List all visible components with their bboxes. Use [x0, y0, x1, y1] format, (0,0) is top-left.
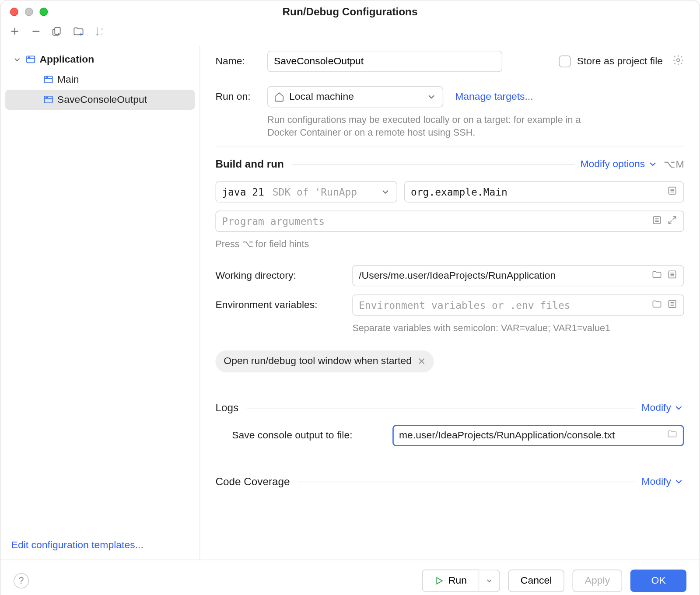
- svg-text:a: a: [101, 27, 103, 31]
- main-class-input[interactable]: org.example.Main: [404, 181, 684, 203]
- chevron-down-icon: [12, 55, 22, 64]
- copy-config-icon[interactable]: [51, 25, 63, 40]
- program-arguments-placeholder: Program arguments: [222, 215, 325, 227]
- field-hints-text: Press ⌥ for field hints: [215, 238, 684, 251]
- folder-icon[interactable]: [651, 269, 662, 283]
- code-coverage-header: Code Coverage Modify: [215, 476, 684, 488]
- main-panel: Name: Store as project file Run on: Loca…: [200, 46, 699, 560]
- chevron-down-icon: [648, 159, 658, 169]
- close-icon[interactable]: ✕: [417, 355, 426, 368]
- list-icon[interactable]: [667, 299, 677, 312]
- config-tree: Application Main SaveConsoleOutput: [0, 49, 200, 531]
- env-vars-hint: Separate variables with semicolon: VAR=v…: [352, 322, 684, 335]
- open-tool-window-label: Open run/debug tool window when started: [224, 355, 412, 367]
- content-area: Application Main SaveConsoleOutput Edit …: [0, 46, 699, 560]
- jdk-hint: SDK of 'RunApp: [273, 186, 357, 198]
- application-icon: [43, 74, 53, 85]
- chevron-down-icon: [380, 186, 391, 197]
- sort-az-icon[interactable]: az: [94, 25, 106, 40]
- home-icon: [274, 91, 284, 102]
- working-directory-label: Working directory:: [215, 270, 352, 282]
- code-coverage-title: Code Coverage: [215, 476, 290, 488]
- modify-options-link[interactable]: Modify options: [580, 158, 658, 170]
- modify-options-shortcut: ⌥M: [664, 158, 684, 170]
- run-dropdown-button[interactable]: [479, 570, 500, 592]
- run-on-select[interactable]: Local machine: [267, 86, 443, 108]
- add-config-icon[interactable]: [9, 25, 21, 40]
- jdk-select[interactable]: java 21 SDK of 'RunApp: [215, 181, 397, 203]
- build-and-run-title: Build and run: [215, 158, 284, 170]
- folder-add-icon[interactable]: [73, 25, 84, 40]
- tree-item-label: SaveConsoleOutput: [57, 94, 147, 106]
- program-arguments-input[interactable]: Program arguments: [215, 210, 684, 232]
- tree-node-saveconsoleoutput[interactable]: SaveConsoleOutput: [5, 90, 195, 110]
- run-button[interactable]: Run: [422, 570, 479, 592]
- chevron-down-icon: [426, 91, 437, 102]
- env-vars-label: Environment variables:: [215, 299, 352, 311]
- chevron-down-icon: [673, 476, 684, 487]
- tree-node-main[interactable]: Main: [0, 70, 200, 90]
- maximize-window-button[interactable]: [39, 8, 48, 16]
- store-as-project-label: Store as project file: [577, 56, 663, 67]
- svg-rect-0: [55, 28, 60, 35]
- svg-point-8: [47, 77, 48, 77]
- application-icon: [25, 54, 36, 65]
- config-name-input[interactable]: [267, 51, 502, 72]
- logs-modify-link[interactable]: Modify: [641, 402, 684, 414]
- env-vars-placeholder: Environment variables or .env files: [359, 299, 570, 311]
- list-icon[interactable]: [651, 215, 662, 228]
- coverage-modify-link[interactable]: Modify: [641, 476, 684, 487]
- list-icon[interactable]: [667, 185, 677, 198]
- svg-text:z: z: [101, 32, 103, 36]
- folder-icon[interactable]: [667, 429, 677, 442]
- application-icon: [43, 94, 53, 105]
- dialog-window: Run/Debug Configurations az Applicati: [0, 0, 700, 595]
- remove-config-icon[interactable]: [30, 25, 42, 40]
- jdk-text: java 21: [222, 186, 264, 198]
- expand-icon[interactable]: [667, 215, 677, 228]
- manage-targets-link[interactable]: Manage targets...: [455, 91, 533, 103]
- folder-icon[interactable]: [651, 299, 662, 312]
- save-console-file-text: me.user/IdeaProjects/RunApplication/cons…: [399, 430, 615, 441]
- traffic-lights: [10, 8, 48, 16]
- svg-point-12: [677, 59, 680, 62]
- window-title: Run/Debug Configurations: [0, 6, 699, 18]
- close-window-button[interactable]: [10, 8, 18, 16]
- run-on-value: Local machine: [289, 91, 354, 103]
- help-icon[interactable]: ?: [14, 573, 29, 588]
- save-console-label: Save console output to file:: [215, 430, 392, 441]
- run-on-hint: Run configurations may be executed local…: [267, 113, 598, 140]
- build-and-run-header: Build and run Modify options ⌥M: [215, 146, 684, 171]
- main-class-text: org.example.Main: [411, 186, 508, 198]
- store-as-project-checkbox[interactable]: [559, 56, 571, 67]
- env-vars-input[interactable]: Environment variables or .env files: [352, 294, 684, 316]
- config-tree-sidebar: Application Main SaveConsoleOutput Edit …: [0, 46, 200, 560]
- name-label: Name:: [215, 56, 267, 67]
- list-icon[interactable]: [667, 269, 677, 283]
- open-tool-window-chip[interactable]: Open run/debug tool window when started …: [215, 350, 434, 372]
- gear-icon[interactable]: [672, 54, 684, 69]
- working-directory-text: /Users/me.user/IdeaProjects/RunApplicati…: [359, 270, 556, 282]
- run-on-label: Run on:: [215, 91, 267, 103]
- svg-point-11: [47, 97, 48, 98]
- logs-title: Logs: [215, 402, 238, 414]
- chevron-down-icon: [673, 402, 684, 413]
- tree-node-application[interactable]: Application: [0, 49, 200, 70]
- apply-button[interactable]: Apply: [572, 570, 622, 592]
- cancel-button[interactable]: Cancel: [508, 570, 564, 592]
- working-directory-input[interactable]: /Users/me.user/IdeaProjects/RunApplicati…: [352, 265, 684, 287]
- chevron-down-icon: [485, 577, 494, 585]
- dialog-footer: ? Run Cancel Apply OK: [0, 560, 699, 595]
- play-icon: [434, 576, 444, 586]
- svg-point-4: [28, 57, 28, 57]
- save-console-file-input[interactable]: me.user/IdeaProjects/RunApplication/cons…: [392, 425, 684, 446]
- svg-point-5: [30, 57, 30, 57]
- titlebar: Run/Debug Configurations: [0, 0, 699, 22]
- minimize-window-button[interactable]: [25, 8, 33, 16]
- edit-templates-link[interactable]: Edit configuration templates...: [0, 531, 200, 560]
- tree-root-label: Application: [39, 54, 94, 66]
- svg-point-10: [46, 97, 46, 98]
- sidebar-toolbar: az: [0, 22, 699, 46]
- ok-button[interactable]: OK: [630, 570, 686, 592]
- tree-item-label: Main: [57, 74, 79, 86]
